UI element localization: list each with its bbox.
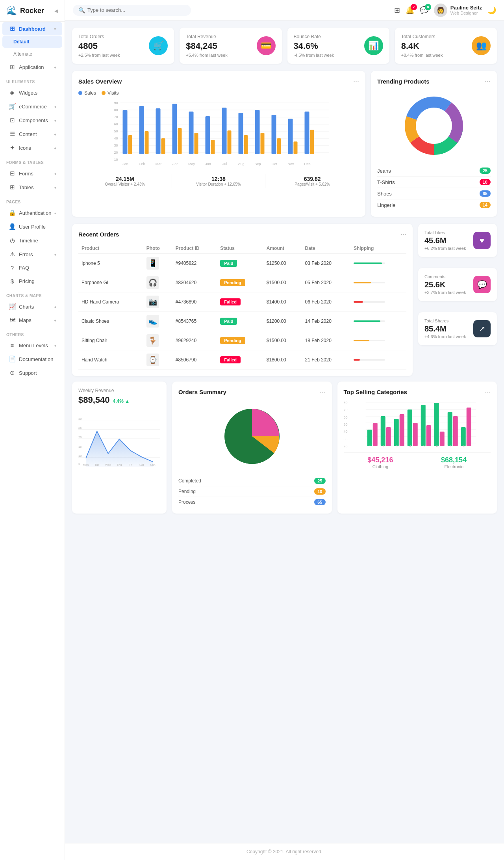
svg-text:15: 15 — [78, 445, 82, 449]
summary-badge-completed: 25 — [314, 478, 325, 484]
section-charts-label: CHARTS & MAPS — [0, 288, 65, 300]
category-amount-electronic: $68,154 — [441, 456, 467, 464]
stat-label-revenue: Total Revenue — [186, 34, 227, 39]
summary-badge-process: 65 — [314, 499, 325, 505]
stat-label-pages: Pages/Visit + 5.62% — [267, 182, 358, 186]
social-value-shares: 85.4M — [424, 324, 466, 333]
sales-overview-menu[interactable]: ··· — [353, 77, 359, 86]
stat-info-customers: Total Customers 8.4K +8.4% from last wee… — [401, 34, 443, 58]
sidebar-item-timeline[interactable]: ◷ Timeline — [2, 234, 62, 247]
sidebar-item-documentation[interactable]: 📄 Documentation — [2, 352, 62, 366]
svg-rect-32 — [244, 135, 248, 154]
sidebar-item-label: eCommerce — [19, 104, 47, 110]
sidebar-item-dashboard[interactable]: ⊞ Dashboard ▾ — [2, 22, 62, 35]
ts-y-label: 30 — [344, 437, 348, 441]
top-selling-card: Top Selling Categories ··· 20 30 40 50 6… — [337, 382, 497, 514]
search-input[interactable] — [87, 7, 185, 13]
sidebar-item-menu-levels[interactable]: ≡ Menu Levels ◂ — [2, 339, 62, 352]
sidebar-item-support[interactable]: ⊙ Support — [2, 366, 62, 380]
svg-rect-108 — [447, 412, 452, 446]
svg-rect-20 — [145, 131, 149, 154]
orders-summary-menu[interactable]: ··· — [319, 388, 325, 396]
svg-rect-103 — [413, 423, 417, 446]
order-shipping — [350, 331, 406, 350]
trending-title: Trending Products — [377, 78, 430, 85]
col-date: Date — [302, 243, 350, 254]
ts-y-label: 40 — [344, 430, 348, 434]
shipping-bar-svg — [354, 359, 385, 361]
svg-rect-37 — [288, 119, 293, 154]
trending-menu[interactable]: ··· — [485, 77, 491, 86]
messages-button[interactable]: 💬 8 — [420, 6, 428, 15]
shipping-bar-svg — [354, 282, 385, 283]
sidebar-item-widgets[interactable]: ◈ Widgets — [2, 86, 62, 99]
stat-info-orders: Total Orders 4805 +2.5% from last week — [78, 34, 120, 58]
order-product-id: #8543765 — [172, 312, 217, 331]
sidebar-item-content[interactable]: ☰ Content ◂ — [2, 127, 62, 141]
order-status: Failed — [217, 350, 263, 370]
sidebar-item-label: Authentication — [19, 210, 51, 216]
sidebar-item-forms[interactable]: ⊟ Forms ◂ — [2, 167, 62, 180]
order-shipping — [350, 254, 406, 273]
stat-info-bounce: Bounce Rate 34.6% -4.5% from last week — [294, 34, 334, 58]
sidebar-item-components[interactable]: ⊡ Components ◂ — [2, 114, 62, 127]
sidebar-item-charts[interactable]: 📈 Charts ◂ — [2, 300, 62, 313]
search-box[interactable]: 🔍 — [73, 5, 191, 16]
stat-label-visitors: Overall Visitor + 2.43% — [80, 182, 170, 186]
sidebar-item-faq[interactable]: ? FAQ — [2, 261, 62, 274]
svg-text:2: 2 — [382, 445, 384, 448]
user-menu[interactable]: 👩 Pauline Seitz Web Designer — [434, 4, 482, 17]
sidebar-item-icons[interactable]: ✦ Icons ◂ — [2, 141, 62, 155]
social-info-likes: Total Likes 45.6M +6.2% from last week — [424, 230, 466, 251]
svg-rect-31 — [239, 113, 243, 154]
sidebar-collapse-button[interactable]: ◀ — [54, 8, 58, 14]
stat-card-orders: Total Orders 4805 +2.5% from last week 🛒 — [72, 28, 174, 64]
order-status: Pending — [217, 273, 263, 292]
top-selling-svg: 1 2 3 4 5 6 7 8 — [351, 401, 491, 448]
stat-label-duration: Visitor Duration + 12.65% — [174, 182, 264, 186]
orders-menu[interactable]: ··· — [400, 230, 406, 238]
forms-icon: ⊟ — [9, 170, 16, 177]
order-shipping — [350, 273, 406, 292]
icons-icon: ✦ — [9, 144, 16, 151]
sidebar-item-label: User Profile — [19, 224, 46, 230]
order-product-name: Iphone 5 — [78, 254, 143, 273]
svg-text:50: 50 — [114, 129, 118, 133]
ts-y-label: 80 — [344, 401, 348, 405]
messages-badge: 8 — [425, 4, 431, 10]
sidebar-item-authentication[interactable]: 🔒 Authentication ◂ — [2, 206, 62, 220]
sidebar-item-alternate[interactable]: Alternate — [2, 48, 62, 60]
area-chart-container: 30 25 20 15 10 5 — [78, 409, 160, 468]
svg-text:4: 4 — [409, 445, 411, 448]
svg-text:Feb: Feb — [139, 162, 145, 166]
sidebar-item-application[interactable]: ⊞ Application ◂ — [2, 60, 62, 74]
sidebar-item-errors[interactable]: ⚠ Errors ◂ — [2, 248, 62, 261]
sidebar-item-user-profile[interactable]: 👤 User Profile — [2, 220, 62, 233]
sidebar-item-pricing[interactable]: $ Pricing — [2, 275, 62, 288]
section-pages-label: PAGES — [0, 194, 65, 206]
svg-rect-102 — [407, 410, 412, 446]
svg-text:Jul: Jul — [222, 162, 227, 166]
svg-rect-33 — [255, 110, 260, 154]
grid-view-button[interactable]: ⊞ — [394, 6, 400, 15]
documentation-icon: 📄 — [9, 356, 16, 363]
status-badge: Paid — [220, 260, 237, 267]
user-name: Pauline Seitz — [450, 5, 482, 11]
application-icon: ⊞ — [9, 63, 16, 71]
svg-rect-109 — [453, 416, 458, 446]
sidebar-item-default[interactable]: Default — [2, 36, 62, 48]
table-row: Earphone GL 🎧 #8304620 Pending $1500.00 … — [78, 273, 406, 292]
trending-name: Lingerie — [377, 202, 395, 208]
maps-icon: 🗺 — [9, 317, 16, 324]
top-selling-menu[interactable]: ··· — [485, 388, 491, 396]
section-others-label: OTHERS — [0, 327, 65, 339]
sidebar-item-ecommerce[interactable]: 🛒 eCommerce ◂ — [2, 100, 62, 113]
ts-y-label: 70 — [344, 408, 348, 412]
sidebar-item-maps[interactable]: 🗺 Maps ◂ — [2, 314, 62, 327]
sidebar-item-tables[interactable]: ⊞ Tables ◂ — [2, 181, 62, 194]
notifications-button[interactable]: 🔔 7 — [406, 6, 414, 15]
stat-value-revenue: $84,245 — [186, 41, 227, 51]
dark-mode-button[interactable]: 🌙 — [487, 6, 496, 15]
orders-and-social-row: Recent Orders ··· Product Photo Product … — [72, 224, 497, 376]
svg-rect-107 — [439, 432, 444, 446]
